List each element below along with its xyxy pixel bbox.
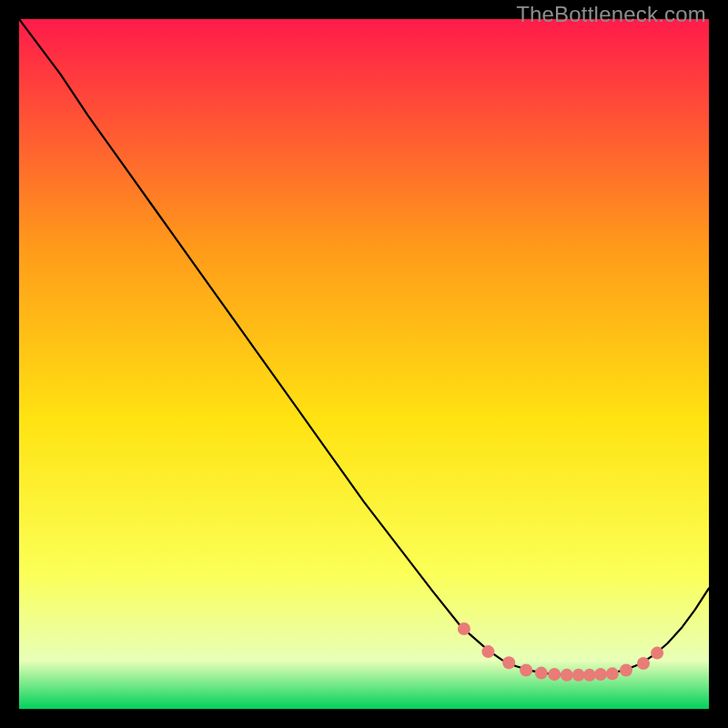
gradient-background <box>19 19 709 709</box>
marker-dot <box>620 664 632 677</box>
marker-dot <box>637 657 650 670</box>
marker-dot <box>520 664 532 677</box>
marker-dot <box>583 669 596 682</box>
chart-frame: TheBottleneck.com <box>0 0 728 728</box>
marker-dot <box>594 668 607 681</box>
marker-dot <box>561 669 573 682</box>
marker-dot <box>651 647 663 660</box>
marker-dot <box>572 669 585 682</box>
marker-dot <box>502 656 515 669</box>
marker-dot <box>606 667 619 680</box>
marker-dot <box>481 645 494 658</box>
watermark-text: TheBottleneck.com <box>516 2 706 27</box>
chart-svg <box>19 19 709 709</box>
plot-area <box>19 19 709 709</box>
marker-dot <box>458 622 470 635</box>
marker-dot <box>548 668 561 681</box>
marker-dot <box>535 667 548 680</box>
